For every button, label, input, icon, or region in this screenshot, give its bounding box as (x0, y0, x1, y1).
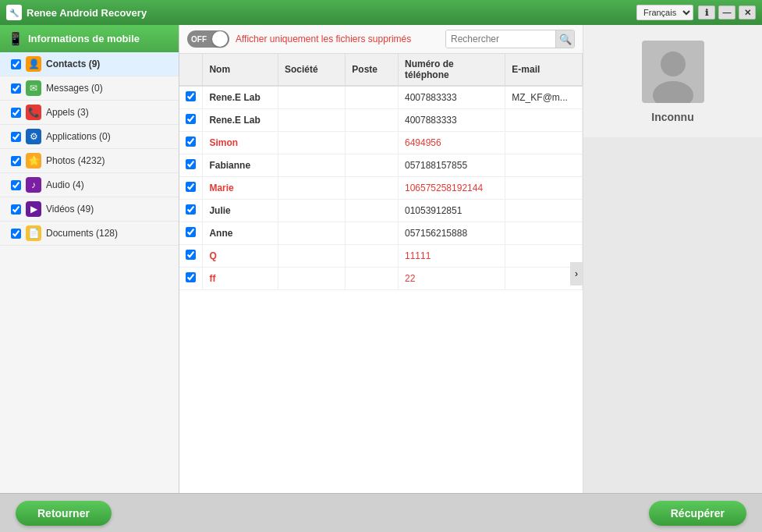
docs-icon: 📄 (26, 225, 41, 241)
sidebar-item-apps[interactable]: ⚙ Applications (0) (0, 125, 179, 149)
messages-icon: ✉ (26, 80, 41, 96)
contacts-icon: 👤 (26, 56, 41, 72)
table-row[interactable]: ff 22 (179, 268, 583, 290)
sidebar-item-calls[interactable]: 📞 Appels (3) (0, 101, 179, 125)
row-checkbox-cell[interactable] (179, 154, 203, 177)
sidebar-label-docs: Documents (128) (46, 228, 118, 239)
recover-button[interactable]: Récupérer (649, 501, 746, 526)
row-checkbox-cell[interactable] (179, 245, 203, 268)
row-poste-1 (346, 109, 399, 132)
row-societe-4 (278, 177, 345, 200)
contacts-table: Nom Société Poste Numéro de téléphone E-… (179, 54, 583, 290)
row-societe-7 (278, 245, 345, 268)
info-button[interactable]: ℹ (698, 5, 715, 20)
row-name-4: Marie (203, 177, 278, 200)
sidebar-checkbox-contacts[interactable] (11, 59, 21, 69)
row-checkbox-2[interactable] (186, 137, 196, 147)
sidebar-checkbox-audio[interactable] (11, 180, 21, 190)
back-button[interactable]: Retourner (16, 501, 112, 526)
row-tel-3: 057188157855 (398, 154, 505, 177)
row-checkbox-5[interactable] (186, 204, 196, 215)
row-poste-2 (346, 132, 399, 154)
sidebar-item-docs[interactable]: 📄 Documents (128) (0, 222, 179, 246)
table-row[interactable]: Fabianne 057188157855 (179, 154, 583, 177)
audio-icon: ♪ (26, 177, 41, 193)
row-checkbox-3[interactable] (186, 159, 196, 169)
sidebar-item-videos[interactable]: ▶ Vidéos (49) (0, 197, 179, 222)
right-panel: Inconnu (583, 25, 762, 493)
language-select[interactable]: Français English (636, 5, 693, 20)
expand-panel-button[interactable]: › (570, 262, 583, 286)
table-row[interactable]: Anne 057156215888 (179, 222, 583, 245)
search-input[interactable] (446, 30, 555, 48)
sidebar-item-messages[interactable]: ✉ Messages (0) (0, 76, 179, 101)
col-header-societe: Société (278, 54, 345, 86)
row-name-8: ff (203, 268, 278, 290)
svg-point-1 (653, 81, 693, 103)
search-button[interactable]: 🔍 (555, 30, 574, 48)
sidebar-item-contacts[interactable]: 👤 Contacts (9) (0, 52, 179, 76)
toggle-deleted-button[interactable]: OFF (187, 30, 229, 48)
svg-point-0 (661, 51, 686, 76)
row-tel-6: 057156215888 (398, 222, 505, 245)
row-tel-2: 6494956 (398, 132, 505, 154)
row-societe-5 (278, 200, 345, 222)
sidebar-label-messages: Messages (0) (46, 83, 103, 94)
row-checkbox-7[interactable] (186, 250, 196, 260)
row-societe-1 (278, 109, 345, 132)
sidebar-item-photos[interactable]: 🌟 Photos (4232) (0, 149, 179, 173)
title-bar: 🔧 Renee Android Recovery Français Englis… (0, 0, 762, 25)
row-checkbox-0[interactable] (186, 91, 196, 101)
sidebar-checkbox-videos[interactable] (11, 204, 21, 215)
col-header-tel: Numéro de téléphone (398, 54, 505, 86)
row-name-5: Julie (203, 200, 278, 222)
col-header-email: E-mail (505, 54, 583, 86)
row-tel-0: 4007883333 (398, 86, 505, 109)
row-checkbox-cell[interactable] (179, 177, 203, 200)
table-row[interactable]: Rene.E Lab 4007883333 (179, 109, 583, 132)
col-header-check (179, 54, 203, 86)
filter-text: Afficher uniquement les fichiers supprim… (236, 34, 411, 44)
calls-icon: 📞 (26, 105, 41, 120)
apps-icon: ⚙ (26, 129, 41, 144)
row-societe-6 (278, 222, 345, 245)
table-row[interactable]: Marie 106575258192144 (179, 177, 583, 200)
minimize-button[interactable]: — (718, 5, 735, 20)
sidebar-checkbox-messages[interactable] (11, 83, 21, 94)
toolbar: OFF Afficher uniquement les fichiers sup… (179, 25, 583, 54)
table-row[interactable]: Simon 6494956 (179, 132, 583, 154)
contact-name-display: Inconnu (651, 111, 693, 123)
toggle-knob (212, 31, 228, 47)
close-button[interactable]: ✕ (739, 5, 756, 20)
row-checkbox-cell[interactable] (179, 200, 203, 222)
sidebar-checkbox-docs[interactable] (11, 229, 21, 239)
row-checkbox-cell[interactable] (179, 109, 203, 132)
row-checkbox-1[interactable] (186, 114, 196, 124)
contacts-table-wrapper[interactable]: Nom Société Poste Numéro de téléphone E-… (179, 54, 583, 493)
sidebar-label-calls: Appels (3) (46, 107, 89, 118)
sidebar-checkbox-calls[interactable] (11, 108, 21, 118)
table-row[interactable]: Q 11111 (179, 245, 583, 268)
row-checkbox-4[interactable] (186, 182, 196, 192)
row-checkbox-6[interactable] (186, 227, 196, 237)
table-row[interactable]: Rene.E Lab 4007883333 MZ_KF@m... (179, 86, 583, 109)
row-email-1 (505, 109, 583, 132)
sidebar-checkbox-photos[interactable] (11, 156, 21, 166)
row-checkbox-cell[interactable] (179, 86, 203, 109)
sidebar-item-audio[interactable]: ♪ Audio (4) (0, 173, 179, 197)
row-checkbox-cell[interactable] (179, 268, 203, 290)
avatar-silhouette (650, 48, 696, 103)
toggle-label: OFF (191, 35, 207, 44)
row-email-0: MZ_KF@m... (505, 86, 583, 109)
row-name-2: Simon (203, 132, 278, 154)
app-title: Renee Android Recovery (27, 7, 636, 19)
row-name-1: Rene.E Lab (203, 109, 278, 132)
row-checkbox-8[interactable] (186, 272, 196, 282)
row-checkbox-cell[interactable] (179, 222, 203, 245)
content-area: OFF Afficher uniquement les fichiers sup… (179, 25, 583, 493)
sidebar-checkbox-apps[interactable] (11, 132, 21, 142)
contact-info-panel (583, 137, 762, 493)
row-checkbox-cell[interactable] (179, 132, 203, 154)
app-icon: 🔧 (6, 5, 22, 20)
table-row[interactable]: Julie 01053912851 (179, 200, 583, 222)
